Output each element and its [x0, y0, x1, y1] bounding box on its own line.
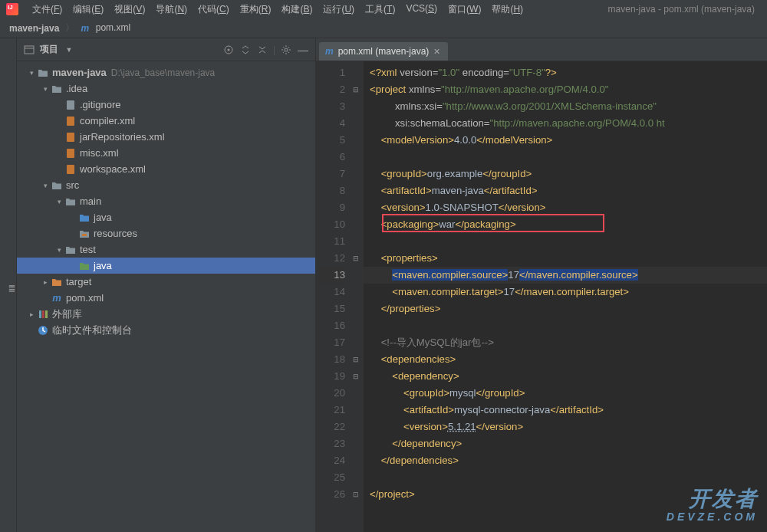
expand-arrow-icon[interactable]: ▾ [54, 246, 64, 254]
svg-point-4 [285, 48, 288, 51]
code-line-19[interactable]: <dependency> [370, 368, 767, 385]
breadcrumb-file[interactable]: m pom.xml [77, 21, 133, 35]
code-line-16[interactable] [370, 317, 767, 334]
tree-item-外部库[interactable]: ▸外部库 [17, 306, 315, 322]
title-bar: 文件(F)编辑(E)视图(V)导航(N)代码(C)重构(R)构建(B)运行(U)… [0, 0, 767, 18]
editor-tab[interactable]: m pom.xml (maven-java) × [319, 42, 448, 61]
code-line-5[interactable]: <modelVersion>4.0.0</modelVersion> [370, 132, 767, 149]
code-line-18[interactable]: <dependencies> [370, 351, 767, 368]
code-line-8[interactable]: <artifactId>maven-java</artifactId> [370, 182, 767, 199]
code-line-7[interactable]: <groupId>org.example</groupId> [370, 166, 767, 182]
expand-all-icon[interactable] [239, 44, 252, 56]
tree-item-maven-java[interactable]: ▾maven-javaD:\java_base\maven-java [17, 64, 315, 80]
tree-item-compiler.xml[interactable]: compiler.xml [17, 113, 315, 129]
tree-item-main[interactable]: ▾main [17, 193, 315, 209]
menu-item[interactable]: 运行(U) [318, 2, 359, 18]
tree-item-.gitignore[interactable]: .gitignore [17, 97, 315, 113]
code-line-4[interactable]: xsi:schemaLocation="http://maven.apache.… [370, 115, 767, 132]
folder-icon [37, 67, 49, 78]
breadcrumb-root[interactable]: maven-java [6, 21, 62, 35]
expand-arrow-icon[interactable]: ▸ [26, 310, 37, 318]
locate-icon[interactable] [222, 44, 235, 56]
tree-item-label: jarRepositories.xml [80, 131, 165, 143]
menu-item[interactable]: 代码(C) [193, 2, 234, 18]
code-line-13[interactable]: <maven.compiler.source>17</maven.compile… [370, 267, 767, 284]
code-line-17[interactable]: <!--导入MySQL的jar包--> [370, 334, 767, 351]
project-tool-window: 项目 ▼ | — ▾maven-javaD:\java_base\maven-j… [17, 38, 316, 532]
code-line-10[interactable]: <packaging>war</packaging> [370, 216, 767, 233]
tree-item-resources[interactable]: resources [17, 225, 315, 241]
fold-toggle-icon[interactable]: ⊡ [353, 486, 359, 503]
menu-item[interactable]: VCS(S) [401, 2, 442, 18]
menu-item[interactable]: 文件(F) [28, 2, 67, 18]
menu-item[interactable]: 重构(R) [235, 2, 276, 18]
tree-item-label: .idea [66, 83, 87, 94]
expand-arrow-icon[interactable]: ▾ [26, 69, 37, 77]
breadcrumb-bar: maven-java 〉 m pom.xml [0, 18, 767, 38]
tree-item-label: 外部库 [52, 307, 82, 321]
file-git-icon [64, 100, 77, 110]
tree-item-.idea[interactable]: ▾.idea [17, 80, 315, 97]
fold-toggle-icon[interactable]: ⊟ [353, 368, 359, 385]
code-line-11[interactable] [370, 233, 767, 250]
svg-rect-12 [42, 310, 44, 318]
close-tab-icon[interactable]: × [433, 48, 439, 55]
code-line-12[interactable]: <properties> [370, 250, 767, 267]
code-line-21[interactable]: <artifactId>mysql-connector-java</artifa… [370, 402, 767, 419]
settings-icon[interactable] [280, 44, 292, 56]
code-line-9[interactable]: <version>1.0-SNAPSHOT</version> [370, 199, 767, 216]
tree-item-label: maven-java [52, 67, 107, 78]
menu-item[interactable]: 构建(B) [277, 2, 317, 18]
tree-item-label: misc.xml [80, 147, 119, 159]
fold-toggle-icon[interactable]: ⊟ [353, 351, 359, 368]
fold-gutter[interactable]: ⊟⊟⊟⊟⊡ [353, 61, 364, 532]
collapse-all-icon[interactable] [256, 44, 268, 56]
code-line-15[interactable]: </properties> [370, 300, 767, 317]
code-line-14[interactable]: <maven.compiler.target>17</maven.compile… [370, 284, 767, 300]
project-tree[interactable]: ▾maven-javaD:\java_base\maven-java▾.idea… [17, 61, 315, 532]
menu-item[interactable]: 视图(V) [110, 2, 150, 18]
code-line-20[interactable]: <groupId>mysql</groupId> [370, 385, 767, 402]
structure-tool-icon[interactable]: ䷀ [7, 284, 15, 292]
project-view-icon[interactable] [23, 44, 35, 56]
menu-item[interactable]: 编辑(E) [68, 2, 108, 18]
code-line-1[interactable]: <?xml version="1.0" encoding="UTF-8"?> [370, 64, 767, 81]
tree-item-misc.xml[interactable]: misc.xml [17, 145, 315, 161]
tree-item-label: test [80, 244, 96, 255]
code-line-2[interactable]: <project xmlns="http://maven.apache.org/… [370, 81, 767, 98]
fold-toggle-icon[interactable]: ⊟ [353, 250, 359, 267]
code-line-6[interactable] [370, 149, 767, 166]
expand-arrow-icon[interactable]: ▾ [40, 85, 51, 93]
tree-item-label: 临时文件和控制台 [52, 323, 132, 337]
menu-item[interactable]: 导航(N) [151, 2, 192, 18]
tree-item-临时文件和控制台[interactable]: 临时文件和控制台 [17, 322, 315, 338]
expand-arrow-icon[interactable]: ▾ [40, 182, 51, 189]
code-line-23[interactable]: </dependency> [370, 435, 767, 452]
tree-item-jarRepositories.xml[interactable]: jarRepositories.xml [17, 129, 315, 145]
expand-arrow-icon[interactable]: ▸ [40, 278, 51, 286]
dropdown-icon[interactable]: ▼ [63, 44, 75, 56]
code-line-22[interactable]: <version>5.1.21</version> [370, 419, 767, 435]
menu-item[interactable]: 帮助(H) [487, 2, 528, 18]
tree-item-src[interactable]: ▾src [17, 177, 315, 193]
tab-label: pom.xml (maven-java) [338, 46, 430, 57]
tree-item-pom.xml[interactable]: mpom.xml [17, 290, 315, 306]
code-line-24[interactable]: </dependencies> [370, 452, 767, 469]
tree-item-target[interactable]: ▸target [17, 274, 315, 290]
code-line-3[interactable]: xmlns:xsi="http://www.w3.org/2001/XMLSch… [370, 98, 767, 115]
expand-arrow-icon[interactable]: ▾ [54, 198, 64, 205]
hide-panel-icon[interactable]: — [297, 44, 309, 56]
tree-item-java[interactable]: java [17, 258, 315, 274]
editor-body[interactable]: 1234567891011121314151617181920212223242… [316, 61, 767, 532]
fold-toggle-icon[interactable]: ⊟ [353, 81, 359, 98]
code-line-25[interactable] [370, 469, 767, 486]
tree-item-test[interactable]: ▾test [17, 241, 315, 258]
tree-item-workspace.xml[interactable]: workspace.xml [17, 161, 315, 177]
tree-item-java[interactable]: java [17, 209, 315, 225]
svg-rect-11 [39, 310, 41, 318]
code-content[interactable]: <?xml version="1.0" encoding="UTF-8"?><p… [364, 61, 767, 532]
code-line-26[interactable]: </project> [370, 486, 767, 503]
left-tool-stripe[interactable]: ䷀ [0, 38, 17, 532]
menu-item[interactable]: 窗口(W) [443, 2, 486, 18]
menu-item[interactable]: 工具(T) [360, 2, 400, 18]
